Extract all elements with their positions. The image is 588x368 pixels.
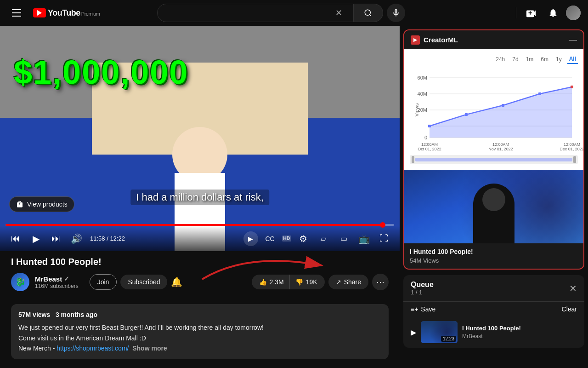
range-fill [415, 158, 572, 161]
channel-avatar[interactable]: 🐉 [11, 273, 29, 291]
prev-button[interactable]: ⏮ [7, 230, 24, 247]
video-thumbnail: $1,000,000 I had a million dollars at ri… [0, 26, 400, 251]
next-button[interactable]: ⏭ [48, 230, 64, 247]
youtube-play-icon [33, 8, 46, 17]
hamburger-menu-button[interactable] [7, 4, 26, 22]
play-button[interactable]: ▶ [28, 230, 44, 247]
queue-title: Queue [411, 281, 434, 289]
widget-video-title: I Hunted 100 People! [410, 248, 578, 255]
miniplayer-button[interactable]: ▱ [315, 230, 332, 247]
svg-rect-12 [428, 125, 431, 127]
view-products-button[interactable]: View products [9, 196, 74, 212]
save-icon: ≡+ [411, 305, 418, 313]
filter-1m[interactable]: 1m [524, 55, 536, 64]
svg-line-1 [370, 14, 371, 16]
player-controls: ⏮ ▶ ⏭ 🔊 11:58 / 12:22 ▶ CC HD ⚙ ▱ ▭ 📺 ⛶ [0, 226, 400, 251]
channel-actions: Join Subscribed 🔔 [90, 274, 183, 290]
voice-search-button[interactable] [387, 4, 405, 22]
svg-text:Nov 01, 2022: Nov 01, 2022 [488, 147, 513, 151]
widget-video-thumb [404, 170, 583, 243]
thumbs-up-icon: 👍 [259, 278, 267, 286]
queue-actions: ≡+ Save Clear [403, 301, 584, 316]
video-player[interactable]: $1,000,000 I had a million dollars at ri… [0, 26, 400, 251]
widget-video-info: I Hunted 100 People! 54M Views [404, 243, 583, 269]
svg-rect-16 [571, 86, 573, 88]
video-dollar-overlay: $1,000,000 [14, 53, 188, 91]
svg-text:60M: 60M [418, 75, 427, 80]
widget-title: ▶ CreatorML [411, 35, 458, 45]
view-products-label: View products [27, 201, 68, 208]
svg-text:Oct 01, 2022: Oct 01, 2022 [418, 147, 441, 151]
youtube-brand-text: YouTubePremium [48, 8, 100, 18]
chart-svg: 60M 40M 20M 0 [410, 69, 578, 151]
avatar[interactable] [566, 6, 581, 20]
desc-link[interactable]: https://shopmrbeast.com/ [57, 345, 129, 352]
subscribed-button[interactable]: Subscribed [120, 275, 167, 289]
y-axis-label: Views [414, 103, 419, 116]
queue-item[interactable]: ▶ 12:23 I Hunted 100 People! MrBeast [403, 316, 584, 348]
svg-text:12:00AM: 12:00AM [421, 142, 438, 147]
channel-row: 🐉 MrBeast ✓ 116M subscribers Join Subscr… [11, 273, 389, 291]
search-input[interactable]: mrbeast [165, 9, 332, 17]
desc-stats: 57M views 3 months ago [18, 310, 381, 320]
time-display: 11:58 / 12:22 [90, 235, 125, 242]
share-button[interactable]: ↗ Share [328, 275, 368, 289]
range-left-handle[interactable] [412, 156, 414, 163]
header-divider [516, 7, 516, 18]
svg-rect-15 [538, 92, 541, 95]
like-group: 👍 2.3M 👎 19K [252, 275, 325, 289]
mute-button[interactable]: 🔊 [68, 230, 85, 247]
svg-text:Dec 01, 2022: Dec 01, 2022 [560, 147, 584, 151]
subtitles-button[interactable]: CC [262, 230, 278, 247]
range-right-handle[interactable] [573, 156, 576, 163]
svg-point-0 [365, 10, 371, 15]
queue-clear-button[interactable]: Clear [562, 305, 577, 313]
fullscreen-button[interactable]: ⛶ [376, 230, 392, 247]
chart-time-filters: 24h 7d 1m 6m 1y All [410, 55, 578, 64]
queue-header: Queue 1 / 1 ✕ [403, 275, 584, 301]
cast-button[interactable]: 📺 [356, 230, 372, 247]
description-box: 57M views 3 months ago We just opened ou… [11, 304, 389, 359]
queue-play-button[interactable]: ▶ [411, 328, 416, 337]
theater-button[interactable]: ▭ [335, 230, 352, 247]
thumbs-down-icon: 👎 [295, 278, 303, 286]
queue-close-button[interactable]: ✕ [569, 283, 577, 294]
header-left: YouTubePremium [7, 4, 100, 22]
queue-save-button[interactable]: ≡+ Save [411, 305, 435, 313]
filter-7d[interactable]: 7d [510, 55, 520, 64]
play-indicator[interactable]: ▶ [243, 231, 258, 246]
create-button[interactable] [522, 4, 540, 22]
svg-text:0: 0 [424, 135, 427, 140]
search-icon [364, 9, 372, 17]
queue-thumb: 12:23 [421, 321, 458, 343]
dislike-button[interactable]: 👎 19K [289, 275, 325, 289]
microphone-icon [391, 8, 401, 17]
widget-header: ▶ CreatorML — [404, 30, 583, 49]
shop-more-button[interactable]: ⋮ [380, 367, 389, 368]
search-clear-button[interactable]: ✕ [332, 8, 346, 18]
like-button[interactable]: 👍 2.3M [252, 275, 289, 289]
channel-name: MrBeast ✓ [35, 275, 79, 283]
action-buttons-right: 👍 2.3M 👎 19K ↗ Share ⋯ [252, 274, 389, 290]
show-more-button[interactable]: Show more [132, 345, 167, 352]
queue-count: 1 / 1 [411, 289, 434, 296]
svg-marker-11 [430, 87, 572, 138]
header-right [514, 4, 581, 22]
svg-text:12:00AM: 12:00AM [564, 142, 580, 147]
settings-button[interactable]: ⚙ [295, 230, 311, 247]
widget-minimize-button[interactable]: — [569, 35, 577, 45]
svg-text:12:00AM: 12:00AM [492, 142, 509, 147]
more-actions-button[interactable]: ⋯ [372, 274, 389, 290]
search-submit-button[interactable] [354, 4, 383, 22]
filter-1y[interactable]: 1y [554, 55, 564, 64]
youtube-logo[interactable]: YouTubePremium [33, 8, 100, 18]
bell-button[interactable]: 🔔 [171, 276, 182, 288]
range-selector[interactable] [410, 155, 578, 164]
notifications-button[interactable] [544, 4, 562, 22]
widget-video[interactable]: I Hunted 100 People! 54M Views [404, 170, 583, 269]
filter-all[interactable]: All [567, 55, 578, 64]
filter-6m[interactable]: 6m [539, 55, 550, 64]
share-icon: ↗ [336, 278, 341, 286]
filter-24h[interactable]: 24h [494, 55, 507, 64]
join-button[interactable]: Join [90, 274, 117, 290]
